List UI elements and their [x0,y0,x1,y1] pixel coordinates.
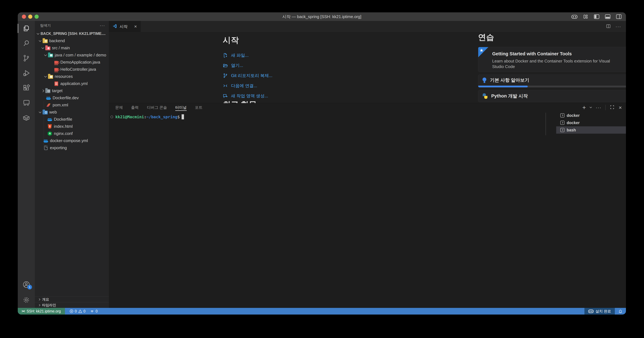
terminal-cursor [182,114,184,119]
panel-tab-output[interactable]: 출력 [131,103,139,112]
tree-item-java-package[interactable]: java / com / example / demo [35,52,109,59]
panel-tab-problems[interactable]: 문제 [115,103,123,112]
open-link[interactable]: 열기... [223,60,381,71]
walkthrough-card-fundamentals[interactable]: 기본 사항 알아보기 [478,75,626,88]
maximize-panel-icon[interactable] [610,105,614,110]
terminal-dropdown-icon[interactable] [590,106,592,108]
vscode-logo-icon [112,24,117,29]
toggle-panel-icon[interactable] [605,14,610,19]
accounts-badge: 1 [27,285,32,289]
open-folder-icon [223,63,228,68]
tree-item-pom-xml[interactable]: pom.xml [35,102,109,109]
close-panel-icon[interactable]: × [619,105,622,111]
toggle-primary-sidebar-icon[interactable] [594,14,599,19]
new-workspace-icon [223,93,228,99]
folder-target-icon [45,89,50,93]
run-debug-icon[interactable] [18,66,35,81]
tree-item-docker-compose[interactable]: docker-compose.yml [35,137,109,144]
terminal-icon [560,128,564,132]
tree-item-nginx-conf[interactable]: Nnginx.conf [35,130,109,137]
tree-item-dockerfile-dev[interactable]: Dockerfile.dev [35,94,109,102]
tree-item-application-yml[interactable]: application.yml [35,80,109,87]
folder-src-icon [45,47,50,50]
command-decoration-icon [110,116,113,118]
bottom-panel: 문제 출력 디버그 콘솔 터미널 포트 + ··· × kk21@Macmini… [109,103,626,308]
maximize-window-button[interactable] [34,15,39,19]
split-editor-icon[interactable] [606,24,611,29]
editor-more-icon[interactable]: ··· [616,24,621,29]
problems-status[interactable]: 0 0 [70,309,86,313]
html-file-icon: 5 [47,124,52,129]
panel-more-icon[interactable]: ··· [596,105,601,110]
walkthrough-progress-fill [478,86,528,87]
tree-item-hellocontroller[interactable]: HelloController.java [35,66,109,73]
tree-item-target[interactable]: target [35,87,109,94]
folder-java-icon [48,54,53,57]
tab-close-icon[interactable]: × [134,24,137,29]
panel-tab-terminal[interactable]: 터미널 [175,103,187,112]
ports-status[interactable]: 0 [90,309,98,313]
panel-tab-ports[interactable]: 포트 [195,103,202,112]
star-icon: ★ [480,48,484,53]
traffic-lights [22,15,39,19]
docker-file-icon [47,117,52,122]
remote-connect-icon [223,83,228,88]
walkthrough-card-container-tools[interactable]: ★ Getting Started with Container Tools L… [478,47,626,72]
terminal-split-divider[interactable] [546,113,546,135]
folder-web-icon [43,111,48,115]
remote-explorer-icon[interactable] [18,95,35,110]
minimize-window-button[interactable] [28,15,32,19]
new-file-icon [223,53,228,58]
tree-item-resources[interactable]: resources [35,73,109,80]
search-icon[interactable] [18,36,35,51]
terminal-prompt-line: kk21@Macmini:~/back_spring$ [110,114,556,119]
terminal-icon [560,113,564,118]
tab-welcome[interactable]: 시작 × [109,21,140,32]
new-terminal-button[interactable]: + [582,104,586,111]
terminal-session-list: docker docker bash [556,112,626,308]
toggle-secondary-sidebar-icon[interactable] [616,14,622,19]
folder-resources-icon [48,75,53,79]
tree-item-src-main[interactable]: src / main [35,44,109,52]
yaml-file-icon [54,81,59,86]
source-control-icon[interactable] [18,51,35,66]
close-window-button[interactable] [22,15,26,19]
tree-item-demoapplication[interactable]: DemoApplication.java [35,59,109,66]
walkthrough-progress [478,86,626,87]
clone-repo-link[interactable]: Git 리포지토리 복제... [223,71,381,81]
container-tools-icon[interactable] [18,110,35,125]
tree-item-dockerfile[interactable]: Dockerfile [35,116,109,123]
new-file-link[interactable]: 새 파일... [223,50,381,60]
terminal-session-docker-2[interactable]: docker [556,119,626,126]
outline-section[interactable]: 개요 [35,296,109,302]
recent-heading-clipped: 최근 항목 [223,99,257,103]
file-tree: BACK_SPRING [SSH: KK21.IPTIME.... backen… [35,30,109,151]
terminal-session-bash[interactable]: bash [556,126,626,134]
accounts-icon[interactable]: 1 [18,277,35,292]
copilot-icon[interactable] [572,14,578,19]
connect-to-link[interactable]: 다음에 연결... [223,81,381,91]
panel-tab-debug-console[interactable]: 디버그 콘솔 [147,103,167,112]
tree-item-web[interactable]: web [35,109,109,116]
customize-layout-icon[interactable] [583,14,588,19]
terminal-session-docker-1[interactable]: docker [556,112,626,119]
docker-file-icon [43,138,48,143]
explorer-more-icon[interactable]: ··· [100,23,105,28]
remote-indicator[interactable]: >< SSH: kk21.iptime.org [18,308,65,314]
settings-gear-icon[interactable] [18,292,35,308]
tree-root[interactable]: BACK_SPRING [SSH: KK21.IPTIME.... [35,30,109,37]
tree-item-index-html[interactable]: 5index.html [35,123,109,130]
tree-item-backend[interactable]: backend [35,37,109,44]
extensions-icon[interactable] [18,81,35,95]
timeline-section[interactable]: 타임라인 [35,302,109,308]
panel-actions-divider [606,105,606,110]
copilot-status[interactable]: 설치 완료 [584,308,615,314]
explorer-title: 탐색기 [40,23,51,28]
terminal-view[interactable]: kk21@Macmini:~/back_spring$ [109,112,556,308]
notifications-bell[interactable] [615,308,626,314]
editor-tab-bar: 시작 × ··· [109,21,626,32]
warnings-icon [78,309,82,313]
tree-item-exporting[interactable]: exporting [35,144,109,151]
explorer-icon[interactable] [18,21,35,36]
walkthrough-card-python[interactable]: Python 개발 시작 [478,90,626,102]
